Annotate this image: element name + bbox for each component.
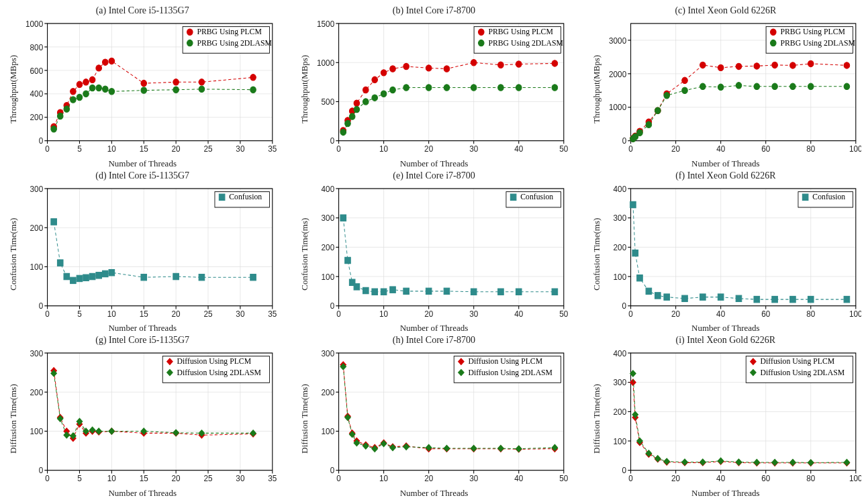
svg-point-186 bbox=[808, 60, 814, 66]
chart-g: (g) Intel Core i5-1135G7Diffusion Time(m… bbox=[7, 334, 278, 499]
chart-d: (d) Intel Core i5-1135G7Confusion Time(m… bbox=[7, 169, 278, 334]
svg-text:15: 15 bbox=[140, 474, 148, 484]
svg-text:0: 0 bbox=[39, 301, 44, 311]
svg-rect-358 bbox=[754, 296, 760, 302]
svg-text:100: 100 bbox=[849, 309, 861, 319]
svg-text:0: 0 bbox=[39, 466, 44, 476]
svg-rect-245 bbox=[51, 218, 57, 224]
svg-point-187 bbox=[844, 62, 850, 68]
svg-rect-299 bbox=[354, 283, 360, 289]
chart-title: (a) Intel Core i5-1135G7 bbox=[96, 5, 189, 16]
svg-marker-418 bbox=[64, 432, 70, 438]
svg-text:0: 0 bbox=[622, 301, 626, 311]
svg-text:10: 10 bbox=[379, 474, 388, 484]
svg-rect-356 bbox=[718, 294, 724, 300]
svg-point-116 bbox=[426, 65, 432, 71]
svg-text:40: 40 bbox=[515, 309, 524, 319]
svg-text:Confusion: Confusion bbox=[521, 191, 554, 201]
svg-text:100: 100 bbox=[30, 262, 44, 272]
svg-text:15: 15 bbox=[140, 309, 148, 319]
svg-point-190 bbox=[636, 130, 642, 136]
svg-text:200: 200 bbox=[322, 242, 335, 252]
svg-rect-360 bbox=[789, 296, 795, 302]
svg-text:40: 40 bbox=[515, 474, 524, 484]
svg-marker-556 bbox=[700, 459, 706, 465]
x-axis-label: Number of Threads bbox=[108, 488, 177, 499]
svg-marker-562 bbox=[808, 460, 814, 466]
svg-point-182 bbox=[736, 63, 742, 69]
x-axis-label: Number of Threads bbox=[400, 158, 469, 169]
svg-text:Diffusion Using PLCM: Diffusion Using PLCM bbox=[760, 356, 834, 366]
svg-text:Diffusion Using PLCM: Diffusion Using PLCM bbox=[469, 356, 543, 366]
svg-point-59 bbox=[64, 106, 70, 112]
svg-text:20: 20 bbox=[671, 144, 680, 154]
svg-rect-258 bbox=[250, 274, 256, 280]
svg-point-123 bbox=[345, 120, 351, 126]
svg-point-54 bbox=[173, 79, 179, 85]
svg-point-48 bbox=[83, 79, 89, 85]
chart-h: (h) Intel Core i7-8700Diffusion Time(ms)… bbox=[298, 334, 569, 499]
svg-point-117 bbox=[444, 66, 450, 72]
svg-rect-303 bbox=[390, 287, 396, 293]
svg-text:30: 30 bbox=[470, 309, 479, 319]
svg-point-193 bbox=[664, 93, 670, 99]
svg-marker-491 bbox=[471, 446, 477, 452]
svg-text:30: 30 bbox=[236, 144, 244, 154]
svg-text:20: 20 bbox=[172, 474, 181, 484]
svg-point-129 bbox=[390, 87, 396, 93]
svg-rect-312 bbox=[511, 194, 517, 200]
svg-rect-307 bbox=[471, 289, 477, 295]
chart-title: (f) Intel Xeon Gold 6226R bbox=[675, 170, 775, 181]
svg-marker-558 bbox=[736, 459, 742, 465]
svg-text:200: 200 bbox=[613, 407, 626, 417]
plot-area: 051015202530350100200300Confusion bbox=[20, 184, 278, 325]
svg-point-67 bbox=[141, 87, 147, 93]
svg-point-181 bbox=[718, 64, 724, 70]
svg-text:40: 40 bbox=[716, 309, 725, 319]
svg-text:80: 80 bbox=[806, 309, 815, 319]
svg-text:40: 40 bbox=[515, 144, 524, 154]
svg-text:20: 20 bbox=[424, 144, 433, 154]
svg-text:200: 200 bbox=[322, 388, 335, 398]
svg-text:25: 25 bbox=[203, 144, 212, 154]
chart-e: (e) Intel Core i7-8700Confusion Time(ms)… bbox=[298, 169, 569, 334]
svg-text:0: 0 bbox=[628, 144, 633, 154]
svg-point-132 bbox=[444, 85, 450, 91]
x-axis-label: Number of Threads bbox=[400, 488, 469, 499]
x-axis-label: Number of Threads bbox=[691, 323, 760, 334]
svg-rect-306 bbox=[444, 288, 450, 294]
svg-point-179 bbox=[681, 77, 687, 83]
svg-text:80: 80 bbox=[806, 144, 815, 154]
svg-point-46 bbox=[70, 89, 77, 95]
svg-text:0: 0 bbox=[39, 136, 44, 146]
svg-text:300: 300 bbox=[613, 378, 626, 388]
svg-text:20: 20 bbox=[424, 474, 433, 484]
y-axis-label: Diffusion Time(ms) bbox=[590, 348, 604, 489]
plot-area: 010203040500100200300Diffusion Using PLC… bbox=[311, 348, 569, 489]
svg-point-122 bbox=[340, 129, 346, 135]
svg-rect-251 bbox=[89, 273, 95, 279]
y-axis-label: Confusion Time(ms) bbox=[298, 184, 311, 325]
svg-text:60: 60 bbox=[761, 309, 770, 319]
chart-title: (b) Intel Core i7-8700 bbox=[393, 5, 475, 16]
svg-point-114 bbox=[390, 66, 396, 72]
svg-point-133 bbox=[471, 85, 477, 91]
svg-text:0: 0 bbox=[330, 301, 335, 311]
svg-text:3000: 3000 bbox=[609, 36, 626, 46]
svg-text:500: 500 bbox=[322, 97, 335, 107]
svg-text:200: 200 bbox=[30, 388, 44, 398]
y-axis-label: Diffusion Time(ms) bbox=[298, 348, 311, 489]
svg-marker-424 bbox=[109, 428, 115, 434]
svg-text:300: 300 bbox=[322, 349, 335, 359]
svg-text:0: 0 bbox=[330, 466, 335, 476]
svg-text:1000: 1000 bbox=[609, 103, 626, 113]
svg-marker-555 bbox=[681, 459, 687, 465]
chart-c: (c) Intel Xeon Gold 6226RThroughput(MBps… bbox=[590, 4, 861, 169]
svg-point-68 bbox=[173, 87, 179, 93]
svg-point-127 bbox=[372, 95, 378, 101]
svg-text:200: 200 bbox=[30, 113, 44, 123]
svg-text:100: 100 bbox=[322, 272, 335, 282]
svg-text:PRBG Using PLCM: PRBG Using PLCM bbox=[780, 27, 845, 37]
svg-text:400: 400 bbox=[613, 349, 626, 359]
svg-point-53 bbox=[141, 80, 147, 86]
